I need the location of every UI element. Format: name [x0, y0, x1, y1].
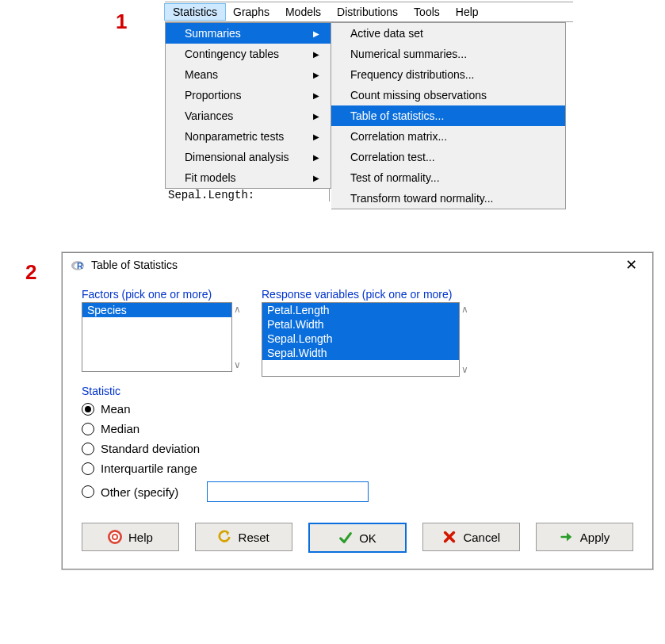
submenu-arrow-icon: ▶	[313, 50, 319, 59]
reset-label: Reset	[239, 531, 269, 544]
submenu-arrow-icon: ▶	[313, 71, 319, 79]
menu-item-label: Nonparametric tests	[185, 130, 284, 143]
dialog-title: Table of Statistics	[91, 259, 178, 271]
ok-label: OK	[359, 531, 376, 545]
radio-option[interactable]: Interquartile range	[82, 458, 633, 478]
scroll-up-icon[interactable]: ∧	[461, 304, 468, 315]
statistics-menu-item[interactable]: Nonparametric tests▶	[166, 126, 331, 147]
statistics-menu-item[interactable]: Contingency tables▶	[166, 44, 331, 64]
menu-item-label: Transform toward normality...	[350, 192, 494, 205]
menubar: StatisticsGraphsModelsDistributionsTools…	[165, 2, 573, 22]
cancel-button[interactable]: Cancel	[422, 523, 520, 551]
menu-item-label: Test of normality...	[350, 171, 440, 184]
dropdown-summaries: Active data setNumerical summaries...Fre…	[331, 22, 566, 209]
statistics-menu-item[interactable]: Proportions▶	[166, 85, 331, 105]
summaries-menu-item[interactable]: Correlation matrix...	[331, 126, 565, 147]
radio-icon	[82, 403, 94, 416]
statistics-menu-item[interactable]: Fit models▶	[166, 167, 331, 188]
help-label: Help	[128, 531, 153, 544]
statistics-menu-item[interactable]: Dimensional analysis▶	[166, 147, 331, 167]
menu-item-label: Active data set	[350, 27, 423, 40]
r-app-icon: R	[71, 258, 85, 272]
summaries-menu-item[interactable]: Correlation test...	[331, 147, 565, 167]
scroll-down-icon[interactable]: ∨	[234, 359, 241, 370]
statistics-menu-item[interactable]: Summaries▶	[166, 23, 331, 44]
svg-point-4	[113, 535, 117, 539]
ok-icon	[338, 531, 353, 545]
statistics-menu-item[interactable]: Variances▶	[166, 105, 331, 126]
list-item[interactable]: Sepal.Width	[262, 346, 459, 360]
summaries-menu-item[interactable]: Table of statistics...	[331, 105, 565, 126]
radio-option[interactable]: Median	[82, 419, 633, 439]
summaries-menu-item[interactable]: Active data set	[331, 23, 565, 44]
close-button[interactable]: ✕	[617, 258, 644, 272]
help-icon	[108, 530, 122, 544]
radio-label: Standard deviation	[101, 442, 200, 455]
menu-item-label: Correlation matrix...	[350, 130, 447, 143]
submenu-arrow-icon: ▶	[313, 132, 319, 141]
radio-label: Median	[101, 422, 139, 435]
factors-listbox[interactable]: Species	[82, 302, 232, 372]
menubar-item-models[interactable]: Models	[277, 4, 329, 20]
menu-item-label: Means	[185, 68, 218, 81]
statistics-menu-item[interactable]: Means▶	[166, 64, 331, 85]
summaries-menu-item[interactable]: Numerical summaries...	[331, 44, 565, 64]
annotation-2: 2	[25, 260, 36, 285]
radio-label: Mean	[101, 402, 131, 416]
radio-option[interactable]: Other (specify)	[82, 478, 633, 505]
help-button[interactable]: Help	[82, 523, 179, 551]
menubar-item-help[interactable]: Help	[448, 4, 487, 20]
submenu-arrow-icon: ▶	[313, 112, 319, 121]
radio-label: Interquartile range	[101, 462, 197, 475]
menubar-item-graphs[interactable]: Graphs	[225, 4, 277, 20]
reset-icon	[218, 530, 232, 544]
radio-icon	[82, 462, 94, 475]
submenu-arrow-icon: ▶	[313, 29, 319, 38]
menu-item-label: Frequency distributions...	[350, 68, 474, 81]
statistic-label: Statistic	[82, 385, 633, 397]
table-of-statistics-dialog: R Table of Statistics ✕ Factors (pick on…	[62, 252, 653, 569]
menubar-item-tools[interactable]: Tools	[406, 4, 448, 20]
radio-icon	[82, 443, 94, 455]
cancel-icon	[442, 530, 457, 544]
menubar-item-statistics[interactable]: Statistics	[165, 4, 225, 20]
radio-option[interactable]: Standard deviation	[82, 439, 633, 458]
reset-button[interactable]: Reset	[195, 523, 292, 551]
ok-button[interactable]: OK	[308, 523, 407, 553]
summaries-menu-item[interactable]: Count missing observations	[331, 85, 565, 105]
apply-button[interactable]: Apply	[536, 523, 633, 551]
cancel-label: Cancel	[463, 531, 500, 544]
summaries-menu-item[interactable]: Transform toward normality...	[331, 188, 565, 209]
dropdown-statistics: Summaries▶Contingency tables▶Means▶Propo…	[165, 22, 331, 189]
menu-item-label: Variances	[185, 109, 233, 122]
scroll-up-icon[interactable]: ∧	[234, 304, 241, 315]
list-item[interactable]: Sepal.Length	[262, 332, 459, 346]
menu-item-label: Proportions	[185, 89, 242, 102]
radio-option[interactable]: Mean	[82, 399, 633, 419]
radio-label: Other (specify)	[101, 485, 178, 499]
menu-item-label: Summaries	[185, 27, 241, 40]
titlebar: R Table of Statistics ✕	[63, 253, 652, 277]
factors-label: Factors (pick one or more)	[82, 288, 243, 301]
responses-listbox[interactable]: Petal.LengthPetal.WidthSepal.LengthSepal…	[262, 302, 460, 377]
annotation-1: 1	[116, 10, 127, 34]
list-item[interactable]: Petal.Width	[262, 317, 459, 332]
menu-item-label: Count missing observations	[350, 89, 487, 102]
summaries-menu-item[interactable]: Test of normality...	[331, 167, 565, 188]
menu-screenshot: StatisticsGraphsModelsDistributionsTools…	[165, 2, 573, 209]
svg-text:R: R	[77, 261, 83, 270]
other-specify-input[interactable]	[207, 481, 369, 502]
list-item[interactable]: Petal.Length	[262, 303, 459, 317]
apply-icon	[560, 530, 574, 544]
radio-icon	[82, 423, 94, 435]
dropdown-wrap: Summaries▶Contingency tables▶Means▶Propo…	[165, 22, 573, 209]
list-item[interactable]: Species	[82, 303, 231, 317]
scroll-down-icon[interactable]: ∨	[461, 364, 468, 375]
menu-item-label: Table of statistics...	[350, 109, 444, 122]
menu-item-label: Contingency tables	[185, 48, 279, 60]
menubar-item-distributions[interactable]: Distributions	[329, 4, 406, 20]
radio-icon	[82, 485, 94, 498]
console-peek: Sepal.Length:	[165, 189, 330, 201]
submenu-arrow-icon: ▶	[313, 174, 319, 182]
summaries-menu-item[interactable]: Frequency distributions...	[331, 64, 565, 85]
